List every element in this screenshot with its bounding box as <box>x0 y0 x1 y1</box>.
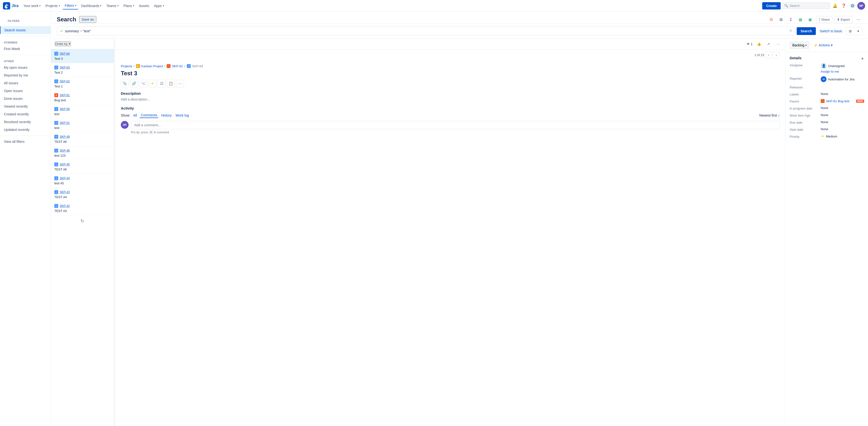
parent-link[interactable]: SKP-61 Bug test <box>826 100 854 103</box>
app-logo[interactable]: Jira <box>3 2 19 9</box>
issue-title-text: TEST #6 <box>54 140 111 144</box>
detail-panel: 👁 1 👍 ↗ ··· 1 of 23 ‹ › Proj <box>115 38 785 426</box>
sidebar-item-first-week[interactable]: First Week <box>0 45 51 53</box>
notifications-button[interactable]: 🔔 <box>831 2 839 10</box>
releases-field: Releases <box>789 85 864 89</box>
actions-button[interactable]: ⚡ Actions ▾ <box>811 42 835 49</box>
order-by-button[interactable]: Order by ▾ <box>55 41 71 46</box>
list-view-icon[interactable]: ⊘ <box>768 16 775 23</box>
attachment-button[interactable]: 📎 <box>121 80 129 87</box>
nav-assets[interactable]: Assets <box>137 2 151 9</box>
chevron-down-icon: ▾ <box>163 4 164 7</box>
more-toolbar-button[interactable]: ⋯ <box>176 80 184 87</box>
sidebar-item-my-open-issues[interactable]: My open issues <box>0 64 51 72</box>
assign-to-me-button[interactable]: Assign to me <box>821 70 845 73</box>
issue-list-item[interactable]: ◻ SKP-44 test #5 <box>51 174 114 188</box>
pages-button[interactable]: 📋 <box>167 80 175 87</box>
breadcrumb-projects[interactable]: Projects <box>121 64 132 68</box>
issue-type-icon: ◻ <box>54 176 58 180</box>
thumbs-up-button[interactable]: 👍 <box>755 40 762 47</box>
settings-button[interactable]: ⚙️ <box>848 2 856 10</box>
more-detail-button[interactable]: ··· <box>775 40 782 47</box>
board-view-icon[interactable]: ⊞ <box>777 16 785 23</box>
issue-list-item[interactable]: ◻ SKP-45 TEST #6 <box>51 160 114 174</box>
issue-list-item[interactable]: ◻ SKP-64 Test 3 <box>51 49 114 63</box>
issue-type-icon: ◻ <box>54 65 58 69</box>
issue-list-panel: Order by ▾ ◻ SKP-64 Test 3 ◻ SKP-63 Test… <box>51 38 114 426</box>
activity-tab-worklog[interactable]: Work log <box>175 113 190 118</box>
next-page-button[interactable]: › <box>773 52 780 58</box>
prev-page-button[interactable]: ‹ <box>765 52 772 58</box>
sidebar-item-reported-by-me[interactable]: Reported by me <box>0 72 51 79</box>
sidebar-item-open-issues[interactable]: Open issues <box>0 87 51 95</box>
more-options-icon[interactable]: ⋯ <box>855 16 862 23</box>
comment-user-avatar: NP <box>121 121 129 129</box>
issue-list-item[interactable]: ◻ SKP-46 test 123 <box>51 146 114 160</box>
issue-type-icon: ◻ <box>54 52 58 56</box>
activity-tab-all[interactable]: All <box>132 113 138 118</box>
global-search[interactable]: 🔍 Search <box>782 2 830 9</box>
nav-plans[interactable]: Plans ▾ <box>122 2 136 9</box>
share-detail-button[interactable]: ↗ <box>765 40 772 47</box>
issue-key: SKP-45 <box>60 163 70 166</box>
newest-first-button[interactable]: Newest first ↕ <box>759 113 780 117</box>
green-icon[interactable]: ▣ <box>806 16 814 23</box>
issue-list-item[interactable]: ● SKP-61 Bug test <box>51 91 114 105</box>
breadcrumb-skp61[interactable]: SKP-61 <box>172 64 183 68</box>
issue-list-item[interactable]: ◻ SKP-56 test <box>51 105 114 118</box>
issue-list-item[interactable]: ◻ SKP-51 test <box>51 118 114 132</box>
sidebar-item-resolved-recently[interactable]: Resolved recently <box>0 118 51 126</box>
issue-list-item[interactable]: ◻ SKP-43 TEST #4 <box>51 188 114 202</box>
sidebar-item-created-recently[interactable]: Created recently <box>0 110 51 118</box>
comment-input-field[interactable]: Add a comment... <box>131 121 780 129</box>
right-panel-header: Backlog ▾ ⚡ Actions ▾ <box>786 38 868 52</box>
in-progress-date-label: In progress date <box>789 106 819 110</box>
activity-tab-history[interactable]: History <box>160 113 173 118</box>
sidebar-item-search-issues[interactable]: Search issues <box>0 26 51 34</box>
user-avatar[interactable]: NP <box>857 2 865 10</box>
save-as-button[interactable]: Save as <box>79 16 96 23</box>
watchers-icon: 👁 <box>747 42 750 46</box>
issue-list-item[interactable]: ◻ SKP-49 TEST #6 <box>51 132 114 146</box>
timeline-icon[interactable]: ↧ <box>787 16 795 23</box>
detail-top-bar: 👁 1 👍 ↗ ··· <box>115 38 785 50</box>
nav-filters[interactable]: Filters ▾ <box>63 2 78 9</box>
jql-input-field[interactable]: ✓ summary ~ "test" ? <box>57 26 795 35</box>
sidebar-item-updated-recently[interactable]: Updated recently <box>0 126 51 134</box>
sidebar-item-all-issues[interactable]: All issues <box>0 79 51 87</box>
commit-button[interactable]: ✦ <box>149 80 156 87</box>
help-button[interactable]: ❓ <box>840 2 848 10</box>
search-button[interactable]: Search <box>797 27 816 35</box>
backlog-button[interactable]: Backlog ▾ <box>789 41 809 49</box>
grid-view-toggle[interactable]: ⊞ <box>846 27 854 35</box>
excel-icon[interactable]: ▦ <box>797 16 804 23</box>
nav-your-work[interactable]: Your work ▾ <box>21 2 42 9</box>
svg-rect-1 <box>821 136 824 137</box>
switch-to-basic-button[interactable]: Switch to basic <box>818 27 844 35</box>
nav-dashboards[interactable]: Dashboards ▾ <box>79 2 103 9</box>
branch-button[interactable]: ⌥ <box>139 80 147 87</box>
nav-apps[interactable]: Apps ▾ <box>152 2 166 9</box>
help-icon[interactable]: ? <box>789 29 792 33</box>
issue-list-item[interactable]: ◻ SKP-42 TEST #3 <box>51 202 114 216</box>
share-button[interactable]: ⤴ Share <box>816 16 833 23</box>
export-button[interactable]: ⬆ Export <box>834 16 852 23</box>
issue-list-item[interactable]: ◻ SKP-62 Test 1 <box>51 77 114 91</box>
description-input[interactable]: Add a description... <box>121 97 780 101</box>
collapse-details-button[interactable]: ▲ <box>861 56 864 60</box>
issue-title[interactable]: Test 3 <box>121 70 780 77</box>
checklist-button[interactable]: ☑ <box>158 80 165 87</box>
list-view-toggle[interactable]: ▾ <box>854 27 862 35</box>
chevron-down-icon: ▾ <box>59 4 60 7</box>
issue-list-item[interactable]: ◻ SKP-63 Test 2 <box>51 63 114 77</box>
kanban-project-icon: K <box>136 64 140 68</box>
sidebar-item-view-all-filters[interactable]: View all filters <box>0 138 51 145</box>
nav-projects[interactable]: Projects ▾ <box>43 2 62 9</box>
link-button[interactable]: 🔗 <box>130 80 138 87</box>
nav-teams[interactable]: Teams ▾ <box>104 2 120 9</box>
create-button[interactable]: Create <box>762 2 781 9</box>
sidebar-item-done-issues[interactable]: Done issues <box>0 95 51 103</box>
breadcrumb-kanban-project[interactable]: Kanban Project <box>142 64 163 68</box>
sidebar-item-viewed-recently[interactable]: Viewed recently <box>0 103 51 110</box>
activity-tab-comments[interactable]: Comments <box>140 113 158 118</box>
